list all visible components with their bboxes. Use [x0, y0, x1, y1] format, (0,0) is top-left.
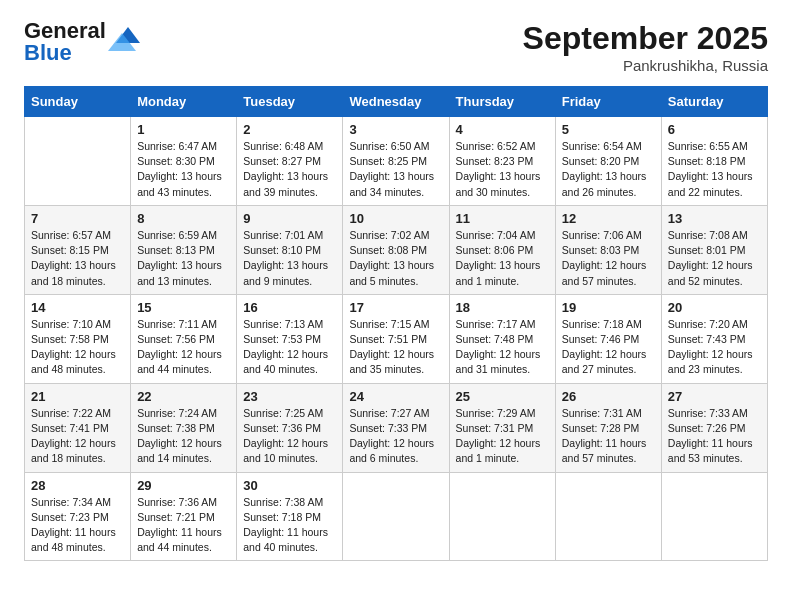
cell-info: Sunrise: 7:27 AMSunset: 7:33 PMDaylight:… — [349, 406, 442, 467]
day-number: 12 — [562, 211, 655, 226]
cell-info: Sunrise: 7:15 AMSunset: 7:51 PMDaylight:… — [349, 317, 442, 378]
calendar-cell: 14Sunrise: 7:10 AMSunset: 7:58 PMDayligh… — [25, 294, 131, 383]
logo-text: General Blue — [24, 20, 106, 64]
cell-info: Sunrise: 7:24 AMSunset: 7:38 PMDaylight:… — [137, 406, 230, 467]
calendar-week-4: 21Sunrise: 7:22 AMSunset: 7:41 PMDayligh… — [25, 383, 768, 472]
day-number: 20 — [668, 300, 761, 315]
day-number: 2 — [243, 122, 336, 137]
calendar-cell: 3Sunrise: 6:50 AMSunset: 8:25 PMDaylight… — [343, 117, 449, 206]
day-number: 21 — [31, 389, 124, 404]
cell-info: Sunrise: 6:47 AMSunset: 8:30 PMDaylight:… — [137, 139, 230, 200]
cell-info: Sunrise: 7:17 AMSunset: 7:48 PMDaylight:… — [456, 317, 549, 378]
calendar-cell: 7Sunrise: 6:57 AMSunset: 8:15 PMDaylight… — [25, 205, 131, 294]
calendar-cell: 29Sunrise: 7:36 AMSunset: 7:21 PMDayligh… — [131, 472, 237, 561]
day-number: 19 — [562, 300, 655, 315]
calendar-table: SundayMondayTuesdayWednesdayThursdayFrid… — [24, 86, 768, 561]
cell-info: Sunrise: 6:55 AMSunset: 8:18 PMDaylight:… — [668, 139, 761, 200]
calendar-cell — [343, 472, 449, 561]
calendar-header-row: SundayMondayTuesdayWednesdayThursdayFrid… — [25, 87, 768, 117]
day-number: 10 — [349, 211, 442, 226]
calendar-week-2: 7Sunrise: 6:57 AMSunset: 8:15 PMDaylight… — [25, 205, 768, 294]
day-number: 13 — [668, 211, 761, 226]
title-block: September 2025 Pankrushikha, Russia — [523, 20, 768, 74]
calendar-cell: 13Sunrise: 7:08 AMSunset: 8:01 PMDayligh… — [661, 205, 767, 294]
calendar-cell — [555, 472, 661, 561]
day-number: 28 — [31, 478, 124, 493]
calendar-cell: 9Sunrise: 7:01 AMSunset: 8:10 PMDaylight… — [237, 205, 343, 294]
cell-info: Sunrise: 6:54 AMSunset: 8:20 PMDaylight:… — [562, 139, 655, 200]
cell-info: Sunrise: 7:11 AMSunset: 7:56 PMDaylight:… — [137, 317, 230, 378]
calendar-week-1: 1Sunrise: 6:47 AMSunset: 8:30 PMDaylight… — [25, 117, 768, 206]
cell-info: Sunrise: 6:48 AMSunset: 8:27 PMDaylight:… — [243, 139, 336, 200]
calendar-cell: 27Sunrise: 7:33 AMSunset: 7:26 PMDayligh… — [661, 383, 767, 472]
day-number: 11 — [456, 211, 549, 226]
logo-blue: Blue — [24, 40, 72, 65]
calendar-cell: 12Sunrise: 7:06 AMSunset: 8:03 PMDayligh… — [555, 205, 661, 294]
calendar-cell: 4Sunrise: 6:52 AMSunset: 8:23 PMDaylight… — [449, 117, 555, 206]
calendar-cell: 23Sunrise: 7:25 AMSunset: 7:36 PMDayligh… — [237, 383, 343, 472]
day-number: 6 — [668, 122, 761, 137]
location: Pankrushikha, Russia — [523, 57, 768, 74]
calendar-cell — [661, 472, 767, 561]
day-number: 8 — [137, 211, 230, 226]
calendar-cell: 26Sunrise: 7:31 AMSunset: 7:28 PMDayligh… — [555, 383, 661, 472]
calendar-cell — [449, 472, 555, 561]
page: General Blue September 2025 Pankrushikha… — [0, 0, 792, 581]
cell-info: Sunrise: 7:01 AMSunset: 8:10 PMDaylight:… — [243, 228, 336, 289]
cell-info: Sunrise: 7:02 AMSunset: 8:08 PMDaylight:… — [349, 228, 442, 289]
day-number: 4 — [456, 122, 549, 137]
calendar-cell: 5Sunrise: 6:54 AMSunset: 8:20 PMDaylight… — [555, 117, 661, 206]
day-number: 5 — [562, 122, 655, 137]
calendar-week-5: 28Sunrise: 7:34 AMSunset: 7:23 PMDayligh… — [25, 472, 768, 561]
cell-info: Sunrise: 7:04 AMSunset: 8:06 PMDaylight:… — [456, 228, 549, 289]
cell-info: Sunrise: 6:59 AMSunset: 8:13 PMDaylight:… — [137, 228, 230, 289]
cell-info: Sunrise: 7:13 AMSunset: 7:53 PMDaylight:… — [243, 317, 336, 378]
cell-info: Sunrise: 7:36 AMSunset: 7:21 PMDaylight:… — [137, 495, 230, 556]
cell-info: Sunrise: 7:10 AMSunset: 7:58 PMDaylight:… — [31, 317, 124, 378]
logo: General Blue — [24, 20, 140, 64]
day-number: 18 — [456, 300, 549, 315]
calendar-cell: 18Sunrise: 7:17 AMSunset: 7:48 PMDayligh… — [449, 294, 555, 383]
cell-info: Sunrise: 7:18 AMSunset: 7:46 PMDaylight:… — [562, 317, 655, 378]
cell-info: Sunrise: 7:08 AMSunset: 8:01 PMDaylight:… — [668, 228, 761, 289]
calendar-cell: 8Sunrise: 6:59 AMSunset: 8:13 PMDaylight… — [131, 205, 237, 294]
day-number: 26 — [562, 389, 655, 404]
cell-info: Sunrise: 7:06 AMSunset: 8:03 PMDaylight:… — [562, 228, 655, 289]
day-number: 15 — [137, 300, 230, 315]
cell-info: Sunrise: 6:57 AMSunset: 8:15 PMDaylight:… — [31, 228, 124, 289]
calendar-cell: 10Sunrise: 7:02 AMSunset: 8:08 PMDayligh… — [343, 205, 449, 294]
calendar-cell: 2Sunrise: 6:48 AMSunset: 8:27 PMDaylight… — [237, 117, 343, 206]
day-number: 7 — [31, 211, 124, 226]
calendar-cell: 21Sunrise: 7:22 AMSunset: 7:41 PMDayligh… — [25, 383, 131, 472]
day-number: 17 — [349, 300, 442, 315]
calendar-cell: 19Sunrise: 7:18 AMSunset: 7:46 PMDayligh… — [555, 294, 661, 383]
cell-info: Sunrise: 7:33 AMSunset: 7:26 PMDaylight:… — [668, 406, 761, 467]
header: General Blue September 2025 Pankrushikha… — [24, 20, 768, 74]
day-header-monday: Monday — [131, 87, 237, 117]
day-number: 30 — [243, 478, 336, 493]
day-number: 9 — [243, 211, 336, 226]
day-number: 23 — [243, 389, 336, 404]
cell-info: Sunrise: 6:52 AMSunset: 8:23 PMDaylight:… — [456, 139, 549, 200]
calendar-cell: 24Sunrise: 7:27 AMSunset: 7:33 PMDayligh… — [343, 383, 449, 472]
day-number: 27 — [668, 389, 761, 404]
calendar-cell: 1Sunrise: 6:47 AMSunset: 8:30 PMDaylight… — [131, 117, 237, 206]
cell-info: Sunrise: 7:31 AMSunset: 7:28 PMDaylight:… — [562, 406, 655, 467]
day-number: 16 — [243, 300, 336, 315]
cell-info: Sunrise: 7:34 AMSunset: 7:23 PMDaylight:… — [31, 495, 124, 556]
day-number: 25 — [456, 389, 549, 404]
cell-info: Sunrise: 7:29 AMSunset: 7:31 PMDaylight:… — [456, 406, 549, 467]
day-number: 14 — [31, 300, 124, 315]
logo-icon — [108, 23, 140, 51]
day-header-tuesday: Tuesday — [237, 87, 343, 117]
day-header-wednesday: Wednesday — [343, 87, 449, 117]
day-number: 1 — [137, 122, 230, 137]
day-number: 29 — [137, 478, 230, 493]
calendar-cell: 25Sunrise: 7:29 AMSunset: 7:31 PMDayligh… — [449, 383, 555, 472]
calendar-cell: 20Sunrise: 7:20 AMSunset: 7:43 PMDayligh… — [661, 294, 767, 383]
day-number: 24 — [349, 389, 442, 404]
calendar-cell: 28Sunrise: 7:34 AMSunset: 7:23 PMDayligh… — [25, 472, 131, 561]
day-header-friday: Friday — [555, 87, 661, 117]
cell-info: Sunrise: 7:20 AMSunset: 7:43 PMDaylight:… — [668, 317, 761, 378]
cell-info: Sunrise: 6:50 AMSunset: 8:25 PMDaylight:… — [349, 139, 442, 200]
